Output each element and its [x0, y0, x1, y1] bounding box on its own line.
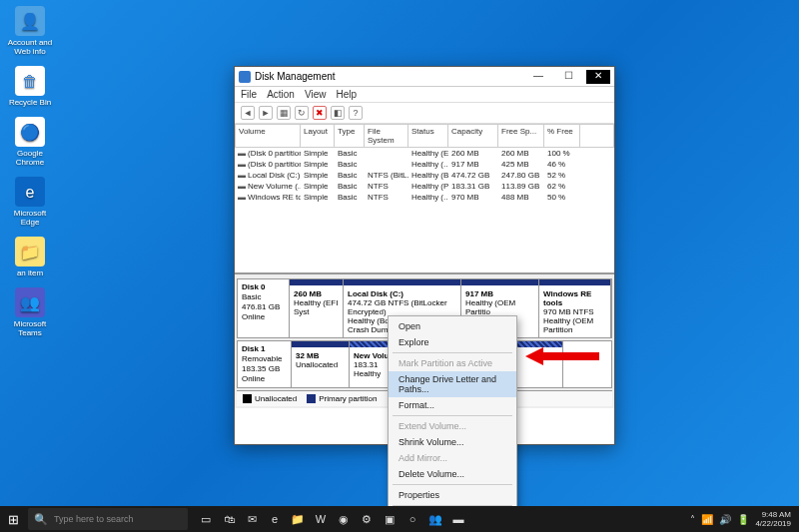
volume-list: Volume Layout Type File System Status Ca… — [235, 124, 614, 273]
menu-help[interactable]: Help — [336, 89, 357, 100]
context-menu-item[interactable]: Explore — [389, 334, 516, 350]
menu-view[interactable]: View — [305, 89, 327, 100]
desktop-icon[interactable]: eMicrosoft Edge — [6, 177, 54, 227]
window-title: Disk Management — [255, 71, 526, 82]
disk-mgmt-icon[interactable]: ▬ — [448, 509, 468, 529]
store-icon[interactable]: 🛍 — [219, 509, 239, 529]
col-layout[interactable]: Layout — [301, 124, 335, 148]
context-menu-item[interactable]: Delete Volume... — [389, 466, 516, 482]
close-button[interactable]: ✕ — [586, 70, 610, 84]
volume-header-row: Volume Layout Type File System Status Ca… — [235, 124, 614, 148]
search-icon: 🔍 — [34, 513, 48, 526]
col-volume[interactable]: Volume — [235, 124, 301, 148]
disk1-label[interactable]: Disk 1 Removable 183.35 GB Online — [238, 341, 292, 387]
teams-icon[interactable]: 👥 — [425, 509, 445, 529]
delete-icon[interactable]: ✖ — [313, 106, 327, 120]
context-menu-item: Extend Volume... — [389, 418, 516, 434]
col-type[interactable]: Type — [335, 124, 365, 148]
volume-icon[interactable]: 🔊 — [719, 514, 731, 525]
desktop-icon[interactable]: 👤Account and Web info — [6, 6, 54, 56]
taskbar: ⊞ 🔍 Type here to search ▭ 🛍 ✉ e 📁 W ◉ ⚙ … — [0, 506, 799, 532]
search-placeholder: Type here to search — [54, 514, 134, 524]
refresh-icon[interactable]: ↻ — [295, 106, 309, 120]
desktop-icons: 👤Account and Web info 🗑Recycle Bin 🔵Goog… — [6, 6, 66, 347]
maximize-button[interactable]: ☐ — [556, 70, 580, 84]
forward-icon[interactable]: ► — [259, 106, 273, 120]
annotation-arrow — [525, 347, 605, 365]
views-icon[interactable]: ▦ — [277, 106, 291, 120]
volume-row[interactable]: Local Disk (C:)SimpleBasicNTFS (BitL...H… — [235, 170, 614, 181]
word-icon[interactable]: W — [311, 509, 331, 529]
menu-bar: File Action View Help — [235, 87, 614, 103]
menu-file[interactable]: File — [241, 89, 257, 100]
desktop-icon[interactable]: 🔵Google Chrome — [6, 117, 54, 167]
explorer-icon[interactable]: 📁 — [288, 509, 308, 529]
desktop-icon-label: Recycle Bin — [9, 98, 51, 107]
minimize-button[interactable]: — — [526, 70, 550, 84]
desktop-icon-label: Account and Web info — [6, 38, 54, 56]
col-status[interactable]: Status — [408, 124, 448, 148]
terminal-icon[interactable]: ▣ — [380, 509, 400, 529]
context-menu-item: Add Mirror... — [389, 450, 516, 466]
desktop-icon-label: an item — [17, 268, 43, 277]
tray-up-icon[interactable]: ˄ — [690, 514, 695, 525]
col-fs[interactable]: File System — [365, 124, 408, 148]
context-menu: OpenExploreMark Partition as ActiveChang… — [388, 315, 517, 527]
volume-row[interactable]: (Disk 0 partition 1)SimpleBasicHealthy (… — [235, 148, 614, 159]
xbox-icon[interactable]: ◉ — [334, 509, 354, 529]
mail-icon[interactable]: ✉ — [242, 509, 262, 529]
context-menu-item[interactable]: Change Drive Letter and Paths... — [389, 371, 516, 397]
disk0-label[interactable]: Disk 0 Basic 476.81 GB Online — [238, 279, 290, 337]
taskbar-apps: ▭ 🛍 ✉ e 📁 W ◉ ⚙ ▣ ○ 👥 ▬ — [196, 509, 468, 529]
search-box[interactable]: 🔍 Type here to search — [28, 508, 188, 530]
properties-icon[interactable]: ◧ — [331, 106, 345, 120]
settings-icon[interactable]: ⚙ — [357, 509, 377, 529]
toolbar: ◄ ► ▦ ↻ ✖ ◧ ? — [235, 103, 614, 124]
context-menu-item[interactable]: Shrink Volume... — [389, 434, 516, 450]
col-pct[interactable]: % Free — [544, 124, 580, 148]
partition[interactable]: 260 MBHealthy (EFI Syst — [290, 279, 344, 337]
volume-row[interactable]: New Volume (...SimpleBasicNTFSHealthy (P… — [235, 181, 614, 192]
desktop-icon-label: Google Chrome — [6, 149, 54, 167]
battery-icon[interactable]: 🔋 — [737, 514, 749, 525]
menu-action[interactable]: Action — [267, 89, 295, 100]
volume-row[interactable]: (Disk 0 partition 4)SimpleBasicHealthy (… — [235, 159, 614, 170]
desktop-icon[interactable]: 👥Microsoft Teams — [6, 287, 54, 337]
help-icon[interactable]: ? — [349, 106, 363, 120]
desktop-icon-label: Microsoft Edge — [6, 209, 54, 227]
network-icon[interactable]: 📶 — [701, 514, 713, 525]
desktop-icon[interactable]: 📁an item — [6, 237, 54, 277]
partition[interactable]: 32 MBUnallocated — [292, 341, 350, 387]
cortana-icon[interactable]: ○ — [402, 509, 422, 529]
system-tray: ˄ 📶 🔊 🔋 9:48 AM 4/22/2019 — [690, 510, 799, 528]
app-icon — [239, 71, 251, 83]
legend-unallocated: Unallocated — [255, 394, 297, 403]
title-bar[interactable]: Disk Management — ☐ ✕ — [235, 67, 614, 87]
desktop-icon-label: Microsoft Teams — [6, 319, 54, 337]
legend-primary: Primary partition — [319, 394, 377, 403]
context-menu-item: Mark Partition as Active — [389, 355, 516, 371]
start-button[interactable]: ⊞ — [0, 506, 26, 532]
context-menu-item[interactable]: Open — [389, 318, 516, 334]
volume-row[interactable]: Windows RE toolsSimpleBasicNTFSHealthy (… — [235, 192, 614, 203]
col-free[interactable]: Free Sp... — [498, 124, 544, 148]
back-icon[interactable]: ◄ — [241, 106, 255, 120]
desktop-icon[interactable]: 🗑Recycle Bin — [6, 66, 54, 107]
context-menu-item[interactable]: Properties — [389, 487, 516, 503]
context-menu-item[interactable]: Format... — [389, 397, 516, 413]
clock[interactable]: 9:48 AM 4/22/2019 — [755, 510, 791, 528]
col-capacity[interactable]: Capacity — [448, 124, 498, 148]
task-view-icon[interactable]: ▭ — [196, 509, 216, 529]
partition[interactable]: Windows RE tools970 MB NTFSHealthy (OEM … — [539, 279, 611, 337]
edge-icon[interactable]: e — [265, 509, 285, 529]
